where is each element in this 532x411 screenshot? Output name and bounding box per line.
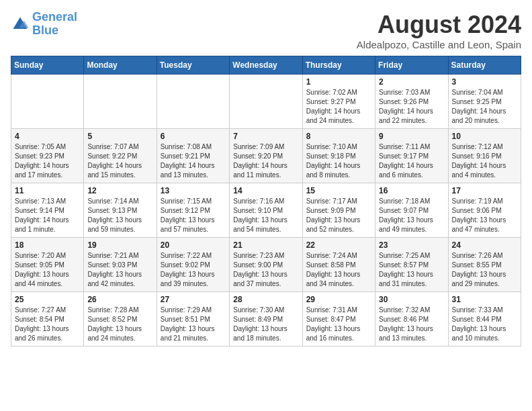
day-info: Sunrise: 7:17 AMSunset: 9:09 PMDaylight:… (306, 197, 371, 234)
weekday-header-friday: Friday (375, 56, 448, 75)
calendar-cell: 29Sunrise: 7:31 AMSunset: 8:47 PMDayligh… (302, 292, 375, 347)
day-number: 15 (306, 186, 371, 195)
weekday-header-monday: Monday (84, 56, 157, 75)
weekday-header-sunday: Sunday (11, 56, 84, 75)
day-number: 22 (306, 240, 371, 250)
day-info: Sunrise: 7:10 AMSunset: 9:18 PMDaylight:… (306, 142, 371, 180)
title-block: August 2024 Aldealpozo, Castille and Leo… (357, 11, 521, 50)
day-info: Sunrise: 7:23 AMSunset: 9:00 PMDaylight:… (233, 251, 298, 289)
day-info: Sunrise: 7:05 AMSunset: 9:23 PMDaylight:… (15, 142, 80, 180)
calendar-cell: 28Sunrise: 7:30 AMSunset: 8:49 PMDayligh… (230, 292, 302, 347)
day-number: 31 (452, 295, 517, 304)
day-number: 18 (15, 240, 80, 250)
week-row-5: 25Sunrise: 7:27 AMSunset: 8:54 PMDayligh… (11, 292, 521, 347)
calendar-cell (230, 75, 302, 129)
day-number: 13 (161, 186, 226, 195)
day-number: 7 (233, 132, 298, 141)
day-number: 27 (161, 295, 226, 304)
day-number: 1 (306, 77, 371, 87)
day-number: 12 (87, 186, 152, 195)
calendar-cell: 2Sunrise: 7:03 AMSunset: 9:26 PMDaylight… (375, 75, 448, 129)
day-number: 28 (233, 295, 298, 304)
logo: General Blue (11, 11, 77, 38)
logo-icon (11, 15, 30, 34)
day-number: 5 (87, 132, 152, 141)
calendar-cell: 14Sunrise: 7:16 AMSunset: 9:10 PMDayligh… (230, 183, 302, 238)
calendar-cell: 11Sunrise: 7:13 AMSunset: 9:14 PMDayligh… (11, 183, 84, 238)
location: Aldealpozo, Castille and Leon, Spain (357, 39, 521, 50)
calendar-cell: 25Sunrise: 7:27 AMSunset: 8:54 PMDayligh… (11, 292, 84, 347)
week-row-1: 1Sunrise: 7:02 AMSunset: 9:27 PMDaylight… (11, 75, 521, 129)
day-info: Sunrise: 7:14 AMSunset: 9:13 PMDaylight:… (87, 197, 152, 234)
calendar-cell (84, 75, 157, 129)
calendar-cell: 5Sunrise: 7:07 AMSunset: 9:22 PMDaylight… (84, 129, 157, 183)
calendar-cell: 3Sunrise: 7:04 AMSunset: 9:25 PMDaylight… (448, 75, 521, 129)
day-number: 23 (379, 240, 444, 250)
day-number: 10 (452, 132, 517, 141)
day-info: Sunrise: 7:32 AMSunset: 8:46 PMDaylight:… (379, 306, 444, 343)
day-info: Sunrise: 7:08 AMSunset: 9:21 PMDaylight:… (161, 142, 226, 180)
calendar-cell: 4Sunrise: 7:05 AMSunset: 9:23 PMDaylight… (11, 129, 84, 183)
day-number: 6 (161, 132, 226, 141)
calendar-cell: 8Sunrise: 7:10 AMSunset: 9:18 PMDaylight… (302, 129, 375, 183)
calendar-cell: 23Sunrise: 7:25 AMSunset: 8:57 PMDayligh… (375, 238, 448, 292)
weekday-header-row: SundayMondayTuesdayWednesdayThursdayFrid… (11, 56, 521, 75)
day-number: 24 (452, 240, 517, 250)
day-number: 14 (233, 186, 298, 195)
day-number: 19 (87, 240, 152, 250)
calendar-cell: 13Sunrise: 7:15 AMSunset: 9:12 PMDayligh… (157, 183, 229, 238)
day-info: Sunrise: 7:11 AMSunset: 9:17 PMDaylight:… (379, 142, 444, 180)
day-info: Sunrise: 7:09 AMSunset: 9:20 PMDaylight:… (233, 142, 298, 180)
calendar-cell: 18Sunrise: 7:20 AMSunset: 9:05 PMDayligh… (11, 238, 84, 292)
weekday-header-wednesday: Wednesday (230, 56, 302, 75)
calendar-cell: 10Sunrise: 7:12 AMSunset: 9:16 PMDayligh… (448, 129, 521, 183)
day-info: Sunrise: 7:19 AMSunset: 9:06 PMDaylight:… (452, 197, 517, 234)
day-number: 16 (379, 186, 444, 195)
calendar-cell: 15Sunrise: 7:17 AMSunset: 9:09 PMDayligh… (302, 183, 375, 238)
weekday-header-saturday: Saturday (448, 56, 521, 75)
week-row-2: 4Sunrise: 7:05 AMSunset: 9:23 PMDaylight… (11, 129, 521, 183)
calendar-cell: 12Sunrise: 7:14 AMSunset: 9:13 PMDayligh… (84, 183, 157, 238)
week-row-4: 18Sunrise: 7:20 AMSunset: 9:05 PMDayligh… (11, 238, 521, 292)
calendar-cell: 31Sunrise: 7:33 AMSunset: 8:44 PMDayligh… (448, 292, 521, 347)
day-number: 25 (15, 295, 80, 304)
day-number: 20 (161, 240, 226, 250)
day-info: Sunrise: 7:24 AMSunset: 8:58 PMDaylight:… (306, 251, 371, 289)
day-info: Sunrise: 7:16 AMSunset: 9:10 PMDaylight:… (233, 197, 298, 234)
calendar-cell: 30Sunrise: 7:32 AMSunset: 8:46 PMDayligh… (375, 292, 448, 347)
calendar-table: SundayMondayTuesdayWednesdayThursdayFrid… (11, 56, 521, 347)
day-info: Sunrise: 7:02 AMSunset: 9:27 PMDaylight:… (306, 88, 371, 126)
month-year: August 2024 (357, 11, 521, 39)
day-info: Sunrise: 7:20 AMSunset: 9:05 PMDaylight:… (15, 251, 80, 289)
day-info: Sunrise: 7:30 AMSunset: 8:49 PMDaylight:… (233, 306, 298, 343)
day-number: 21 (233, 240, 298, 250)
day-info: Sunrise: 7:26 AMSunset: 8:55 PMDaylight:… (452, 251, 517, 289)
page-header: General Blue August 2024 Aldealpozo, Cas… (11, 11, 521, 50)
logo-text: General Blue (32, 11, 77, 38)
day-number: 29 (306, 295, 371, 304)
day-info: Sunrise: 7:18 AMSunset: 9:07 PMDaylight:… (379, 197, 444, 234)
day-info: Sunrise: 7:13 AMSunset: 9:14 PMDaylight:… (15, 197, 80, 234)
weekday-header-tuesday: Tuesday (157, 56, 229, 75)
calendar-cell: 20Sunrise: 7:22 AMSunset: 9:02 PMDayligh… (157, 238, 229, 292)
calendar-cell: 21Sunrise: 7:23 AMSunset: 9:00 PMDayligh… (230, 238, 302, 292)
calendar-cell: 16Sunrise: 7:18 AMSunset: 9:07 PMDayligh… (375, 183, 448, 238)
day-number: 11 (15, 186, 80, 195)
weekday-header-thursday: Thursday (302, 56, 375, 75)
calendar-cell: 26Sunrise: 7:28 AMSunset: 8:52 PMDayligh… (84, 292, 157, 347)
calendar-cell (157, 75, 229, 129)
week-row-3: 11Sunrise: 7:13 AMSunset: 9:14 PMDayligh… (11, 183, 521, 238)
day-info: Sunrise: 7:28 AMSunset: 8:52 PMDaylight:… (87, 306, 152, 343)
calendar-cell (11, 75, 84, 129)
day-number: 3 (452, 77, 517, 87)
calendar-cell: 27Sunrise: 7:29 AMSunset: 8:51 PMDayligh… (157, 292, 229, 347)
day-info: Sunrise: 7:31 AMSunset: 8:47 PMDaylight:… (306, 306, 371, 343)
day-number: 30 (379, 295, 444, 304)
day-number: 8 (306, 132, 371, 141)
day-info: Sunrise: 7:15 AMSunset: 9:12 PMDaylight:… (161, 197, 226, 234)
day-info: Sunrise: 7:12 AMSunset: 9:16 PMDaylight:… (452, 142, 517, 180)
day-info: Sunrise: 7:07 AMSunset: 9:22 PMDaylight:… (87, 142, 152, 180)
day-info: Sunrise: 7:25 AMSunset: 8:57 PMDaylight:… (379, 251, 444, 289)
day-number: 9 (379, 132, 444, 141)
calendar-cell: 17Sunrise: 7:19 AMSunset: 9:06 PMDayligh… (448, 183, 521, 238)
